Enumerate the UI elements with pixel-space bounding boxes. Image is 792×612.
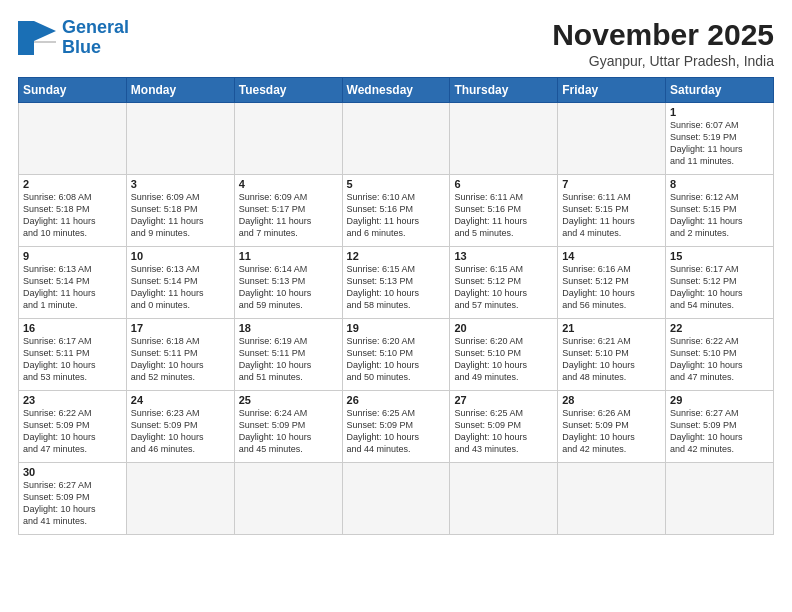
day-cell: 17Sunrise: 6:18 AM Sunset: 5:11 PM Dayli… bbox=[126, 319, 234, 391]
day-cell bbox=[342, 463, 450, 535]
day-info: Sunrise: 6:10 AM Sunset: 5:16 PM Dayligh… bbox=[347, 191, 446, 240]
day-cell bbox=[450, 463, 558, 535]
day-cell bbox=[234, 103, 342, 175]
header-row: SundayMondayTuesdayWednesdayThursdayFrid… bbox=[19, 78, 774, 103]
day-number: 14 bbox=[562, 250, 661, 262]
day-cell: 21Sunrise: 6:21 AM Sunset: 5:10 PM Dayli… bbox=[558, 319, 666, 391]
day-info: Sunrise: 6:17 AM Sunset: 5:11 PM Dayligh… bbox=[23, 335, 122, 384]
day-cell: 22Sunrise: 6:22 AM Sunset: 5:10 PM Dayli… bbox=[666, 319, 774, 391]
day-header-wednesday: Wednesday bbox=[342, 78, 450, 103]
day-cell: 25Sunrise: 6:24 AM Sunset: 5:09 PM Dayli… bbox=[234, 391, 342, 463]
day-number: 21 bbox=[562, 322, 661, 334]
logo-text: General Blue bbox=[62, 18, 129, 58]
day-header-sunday: Sunday bbox=[19, 78, 127, 103]
day-number: 10 bbox=[131, 250, 230, 262]
day-cell: 11Sunrise: 6:14 AM Sunset: 5:13 PM Dayli… bbox=[234, 247, 342, 319]
day-cell: 5Sunrise: 6:10 AM Sunset: 5:16 PM Daylig… bbox=[342, 175, 450, 247]
day-cell: 29Sunrise: 6:27 AM Sunset: 5:09 PM Dayli… bbox=[666, 391, 774, 463]
day-number: 3 bbox=[131, 178, 230, 190]
day-number: 18 bbox=[239, 322, 338, 334]
day-info: Sunrise: 6:16 AM Sunset: 5:12 PM Dayligh… bbox=[562, 263, 661, 312]
day-info: Sunrise: 6:11 AM Sunset: 5:16 PM Dayligh… bbox=[454, 191, 553, 240]
day-cell: 27Sunrise: 6:25 AM Sunset: 5:09 PM Dayli… bbox=[450, 391, 558, 463]
day-cell: 30Sunrise: 6:27 AM Sunset: 5:09 PM Dayli… bbox=[19, 463, 127, 535]
day-number: 12 bbox=[347, 250, 446, 262]
day-number: 4 bbox=[239, 178, 338, 190]
day-cell: 26Sunrise: 6:25 AM Sunset: 5:09 PM Dayli… bbox=[342, 391, 450, 463]
day-info: Sunrise: 6:22 AM Sunset: 5:10 PM Dayligh… bbox=[670, 335, 769, 384]
day-info: Sunrise: 6:09 AM Sunset: 5:18 PM Dayligh… bbox=[131, 191, 230, 240]
day-info: Sunrise: 6:13 AM Sunset: 5:14 PM Dayligh… bbox=[131, 263, 230, 312]
svg-rect-0 bbox=[18, 21, 34, 55]
day-cell: 19Sunrise: 6:20 AM Sunset: 5:10 PM Dayli… bbox=[342, 319, 450, 391]
day-cell: 4Sunrise: 6:09 AM Sunset: 5:17 PM Daylig… bbox=[234, 175, 342, 247]
day-number: 29 bbox=[670, 394, 769, 406]
day-cell: 2Sunrise: 6:08 AM Sunset: 5:18 PM Daylig… bbox=[19, 175, 127, 247]
day-info: Sunrise: 6:12 AM Sunset: 5:15 PM Dayligh… bbox=[670, 191, 769, 240]
day-number: 26 bbox=[347, 394, 446, 406]
day-number: 8 bbox=[670, 178, 769, 190]
day-cell: 15Sunrise: 6:17 AM Sunset: 5:12 PM Dayli… bbox=[666, 247, 774, 319]
day-info: Sunrise: 6:26 AM Sunset: 5:09 PM Dayligh… bbox=[562, 407, 661, 456]
svg-marker-1 bbox=[34, 21, 56, 41]
day-info: Sunrise: 6:27 AM Sunset: 5:09 PM Dayligh… bbox=[670, 407, 769, 456]
day-info: Sunrise: 6:19 AM Sunset: 5:11 PM Dayligh… bbox=[239, 335, 338, 384]
day-number: 9 bbox=[23, 250, 122, 262]
day-number: 2 bbox=[23, 178, 122, 190]
day-info: Sunrise: 6:27 AM Sunset: 5:09 PM Dayligh… bbox=[23, 479, 122, 528]
day-number: 11 bbox=[239, 250, 338, 262]
day-cell: 10Sunrise: 6:13 AM Sunset: 5:14 PM Dayli… bbox=[126, 247, 234, 319]
day-info: Sunrise: 6:24 AM Sunset: 5:09 PM Dayligh… bbox=[239, 407, 338, 456]
day-number: 28 bbox=[562, 394, 661, 406]
day-cell: 1Sunrise: 6:07 AM Sunset: 5:19 PM Daylig… bbox=[666, 103, 774, 175]
week-row-2: 9Sunrise: 6:13 AM Sunset: 5:14 PM Daylig… bbox=[19, 247, 774, 319]
day-number: 17 bbox=[131, 322, 230, 334]
day-cell: 14Sunrise: 6:16 AM Sunset: 5:12 PM Dayli… bbox=[558, 247, 666, 319]
day-number: 6 bbox=[454, 178, 553, 190]
day-info: Sunrise: 6:07 AM Sunset: 5:19 PM Dayligh… bbox=[670, 119, 769, 168]
day-number: 24 bbox=[131, 394, 230, 406]
day-number: 5 bbox=[347, 178, 446, 190]
day-info: Sunrise: 6:20 AM Sunset: 5:10 PM Dayligh… bbox=[454, 335, 553, 384]
day-cell bbox=[126, 103, 234, 175]
day-info: Sunrise: 6:18 AM Sunset: 5:11 PM Dayligh… bbox=[131, 335, 230, 384]
day-cell bbox=[666, 463, 774, 535]
day-number: 27 bbox=[454, 394, 553, 406]
day-number: 19 bbox=[347, 322, 446, 334]
day-cell: 6Sunrise: 6:11 AM Sunset: 5:16 PM Daylig… bbox=[450, 175, 558, 247]
day-header-monday: Monday bbox=[126, 78, 234, 103]
page: General Blue November 2025 Gyanpur, Utta… bbox=[0, 0, 792, 545]
day-cell: 7Sunrise: 6:11 AM Sunset: 5:15 PM Daylig… bbox=[558, 175, 666, 247]
day-cell: 3Sunrise: 6:09 AM Sunset: 5:18 PM Daylig… bbox=[126, 175, 234, 247]
day-cell bbox=[558, 103, 666, 175]
week-row-1: 2Sunrise: 6:08 AM Sunset: 5:18 PM Daylig… bbox=[19, 175, 774, 247]
day-cell: 16Sunrise: 6:17 AM Sunset: 5:11 PM Dayli… bbox=[19, 319, 127, 391]
day-number: 15 bbox=[670, 250, 769, 262]
day-number: 16 bbox=[23, 322, 122, 334]
day-info: Sunrise: 6:09 AM Sunset: 5:17 PM Dayligh… bbox=[239, 191, 338, 240]
day-number: 30 bbox=[23, 466, 122, 478]
week-row-3: 16Sunrise: 6:17 AM Sunset: 5:11 PM Dayli… bbox=[19, 319, 774, 391]
day-number: 1 bbox=[670, 106, 769, 118]
day-number: 22 bbox=[670, 322, 769, 334]
day-cell: 23Sunrise: 6:22 AM Sunset: 5:09 PM Dayli… bbox=[19, 391, 127, 463]
day-info: Sunrise: 6:25 AM Sunset: 5:09 PM Dayligh… bbox=[347, 407, 446, 456]
week-row-5: 30Sunrise: 6:27 AM Sunset: 5:09 PM Dayli… bbox=[19, 463, 774, 535]
week-row-0: 1Sunrise: 6:07 AM Sunset: 5:19 PM Daylig… bbox=[19, 103, 774, 175]
day-cell: 9Sunrise: 6:13 AM Sunset: 5:14 PM Daylig… bbox=[19, 247, 127, 319]
day-info: Sunrise: 6:11 AM Sunset: 5:15 PM Dayligh… bbox=[562, 191, 661, 240]
logo: General Blue bbox=[18, 18, 129, 58]
day-info: Sunrise: 6:13 AM Sunset: 5:14 PM Dayligh… bbox=[23, 263, 122, 312]
day-info: Sunrise: 6:21 AM Sunset: 5:10 PM Dayligh… bbox=[562, 335, 661, 384]
day-cell bbox=[126, 463, 234, 535]
day-info: Sunrise: 6:22 AM Sunset: 5:09 PM Dayligh… bbox=[23, 407, 122, 456]
day-info: Sunrise: 6:15 AM Sunset: 5:13 PM Dayligh… bbox=[347, 263, 446, 312]
day-header-tuesday: Tuesday bbox=[234, 78, 342, 103]
day-info: Sunrise: 6:25 AM Sunset: 5:09 PM Dayligh… bbox=[454, 407, 553, 456]
day-number: 20 bbox=[454, 322, 553, 334]
day-number: 7 bbox=[562, 178, 661, 190]
day-cell: 13Sunrise: 6:15 AM Sunset: 5:12 PM Dayli… bbox=[450, 247, 558, 319]
day-header-friday: Friday bbox=[558, 78, 666, 103]
general-blue-logo-icon bbox=[18, 21, 56, 55]
calendar-subtitle: Gyanpur, Uttar Pradesh, India bbox=[552, 53, 774, 69]
